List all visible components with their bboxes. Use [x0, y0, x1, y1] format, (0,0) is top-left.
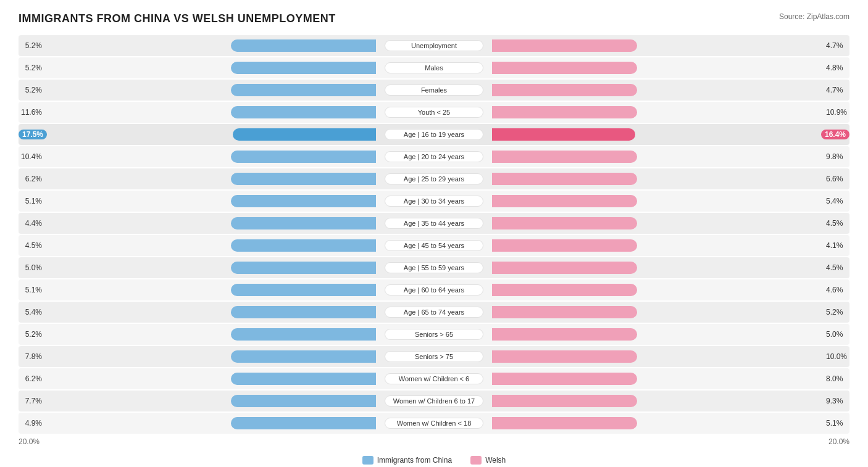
label-pill: Women w/ Children 6 to 17: [385, 395, 483, 407]
left-section: 10.4%: [19, 151, 378, 163]
center-col: Age | 65 to 74 years: [378, 307, 490, 318]
label-pill: Age | 35 to 44 years: [385, 218, 483, 229]
bar-blue: [231, 151, 376, 163]
bar-pink: [492, 306, 637, 318]
bar-blue: [231, 62, 376, 74]
right-bar-wrap: [492, 306, 822, 318]
bar-row: 4.4% Age | 35 to 44 years 4.5%: [19, 213, 849, 234]
chart-source: Source: ZipAtlas.com: [779, 12, 849, 21]
left-bar-wrap: [46, 373, 376, 385]
bar-pink: [492, 262, 637, 274]
bar-blue: [231, 239, 376, 252]
legend-box-pink: [470, 456, 482, 465]
right-value: 10.0%: [826, 352, 849, 361]
right-bar-wrap: [492, 195, 822, 207]
label-pill: Age | 60 to 64 years: [385, 284, 483, 295]
label-pill: Age | 30 to 34 years: [385, 196, 483, 207]
left-value: 7.8%: [19, 352, 42, 361]
chart-container: IMMIGRANTS FROM CHINA VS WELSH UNEMPLOYM…: [19, 12, 849, 465]
bar-blue: [231, 217, 376, 229]
left-bar-wrap: [46, 173, 376, 185]
center-col: Women w/ Children 6 to 17: [378, 395, 490, 407]
label-pill: Seniors > 75: [385, 351, 483, 362]
left-section: 7.8%: [19, 350, 378, 363]
bar-pink: [492, 151, 637, 163]
bar-pink: [492, 39, 637, 52]
right-section: 10.0%: [490, 350, 849, 363]
left-bar-wrap: [46, 262, 376, 274]
bar-row: 6.2% Women w/ Children < 6 8.0%: [19, 368, 849, 389]
legend-left-label: Immigrants from China: [377, 456, 452, 465]
center-col: Women w/ Children < 18: [378, 418, 490, 429]
chart-header: IMMIGRANTS FROM CHINA VS WELSH UNEMPLOYM…: [19, 12, 849, 25]
bar-blue: [231, 373, 376, 385]
left-section: 11.6%: [19, 106, 378, 118]
center-col: Males: [378, 62, 490, 73]
right-section: 5.2%: [490, 306, 849, 318]
right-value: 5.4%: [826, 197, 849, 205]
right-section: 9.8%: [490, 151, 849, 163]
chart-title: IMMIGRANTS FROM CHINA VS WELSH UNEMPLOYM…: [19, 12, 336, 25]
bar-row: 4.5% Age | 45 to 54 years 4.1%: [19, 235, 849, 256]
right-value: 4.8%: [826, 64, 849, 72]
legend-right-label: Welsh: [485, 456, 506, 465]
bar-row: 5.1% Age | 30 to 34 years 5.4%: [19, 191, 849, 212]
center-col: Age | 35 to 44 years: [378, 218, 490, 229]
left-value: 5.4%: [19, 308, 42, 316]
right-bar-wrap: [492, 395, 822, 407]
right-section: 10.9%: [490, 106, 849, 118]
right-value: 4.7%: [826, 86, 849, 94]
bar-blue: [231, 195, 376, 207]
center-col: Age | 60 to 64 years: [378, 284, 490, 295]
right-section: 4.5%: [490, 262, 849, 274]
bar-row: 5.0% Age | 55 to 59 years 4.5%: [19, 257, 849, 278]
left-bar-wrap: [46, 106, 376, 118]
label-pill: Males: [385, 62, 483, 73]
bar-blue: [231, 84, 376, 96]
bar-blue: [231, 262, 376, 274]
bar-pink: [492, 350, 637, 363]
right-section: 4.6%: [490, 284, 849, 296]
right-bar-wrap: [492, 84, 822, 96]
right-bar-wrap: [492, 62, 822, 74]
bar-pink: [492, 284, 637, 296]
bar-blue: [231, 39, 376, 52]
right-section: 16.4%: [490, 128, 849, 141]
left-bar-wrap: [46, 350, 376, 363]
left-bar-wrap: [46, 195, 376, 207]
bar-row: 17.5% Age | 16 to 19 years 16.4%: [19, 124, 849, 145]
left-bar-wrap: [51, 128, 376, 141]
right-section: 6.6%: [490, 173, 849, 185]
bar-row: 5.1% Age | 60 to 64 years 4.6%: [19, 279, 849, 300]
left-section: 5.1%: [19, 284, 378, 296]
bar-pink: [492, 417, 637, 429]
left-bar-wrap: [46, 84, 376, 96]
left-bar-wrap: [46, 151, 376, 163]
bar-row: 7.8% Seniors > 75 10.0%: [19, 346, 849, 367]
left-value: 4.4%: [19, 219, 42, 228]
left-value: 5.1%: [19, 286, 42, 294]
axis-right: 20.0%: [828, 437, 849, 446]
label-pill: Age | 20 to 24 years: [385, 151, 483, 162]
label-pill: Seniors > 65: [385, 329, 483, 340]
center-col: Age | 30 to 34 years: [378, 196, 490, 207]
right-value: 8.0%: [826, 374, 849, 383]
left-section: 6.2%: [19, 173, 378, 185]
left-value: 4.9%: [19, 419, 42, 428]
left-value: 6.2%: [19, 374, 42, 383]
left-section: 7.7%: [19, 395, 378, 407]
left-section: 4.5%: [19, 239, 378, 252]
bar-pink: [492, 173, 637, 185]
left-value: 6.2%: [19, 175, 42, 183]
label-pill: Age | 55 to 59 years: [385, 262, 483, 273]
right-bar-wrap: [492, 417, 822, 429]
right-bar-wrap: [492, 173, 822, 185]
left-bar-wrap: [46, 306, 376, 318]
label-pill: Females: [385, 85, 483, 96]
bar-blue: [231, 306, 376, 318]
label-pill: Women w/ Children < 18: [385, 418, 483, 429]
right-bar-wrap: [492, 151, 822, 163]
right-value: 6.6%: [826, 175, 849, 183]
right-bar-wrap: [492, 217, 822, 229]
left-value: 5.0%: [19, 263, 42, 272]
